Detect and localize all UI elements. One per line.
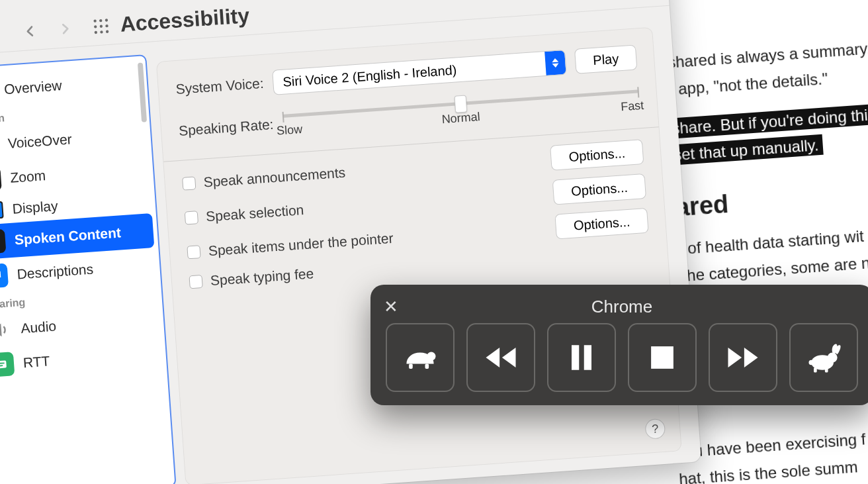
svg-point-27 bbox=[828, 353, 838, 363]
svg-point-2 bbox=[105, 19, 108, 22]
display-icon bbox=[0, 201, 4, 220]
controller-title: Chrome bbox=[384, 297, 860, 317]
slow-down-button[interactable] bbox=[386, 323, 455, 392]
sidebar-item-label: Audio bbox=[21, 318, 57, 337]
sidebar-item-label: Display bbox=[12, 198, 58, 217]
settings-panel: System Voice: Siri Voice 2 (English - Ir… bbox=[156, 27, 682, 484]
svg-rect-24 bbox=[584, 345, 591, 370]
rtt-icon bbox=[0, 352, 15, 377]
preferences-window: Accessibility Search Overview Vision bbox=[0, 0, 701, 484]
options-button[interactable]: Options... bbox=[555, 208, 649, 240]
svg-point-6 bbox=[95, 31, 98, 34]
sidebar-item-label: RTT bbox=[22, 353, 50, 371]
bg-heading: hared bbox=[659, 172, 868, 227]
svg-point-3 bbox=[94, 25, 97, 28]
speaker-icon bbox=[0, 317, 13, 342]
svg-rect-25 bbox=[651, 346, 673, 369]
speaking-rate-label: Speaking Rate: bbox=[178, 117, 274, 139]
checkbox-speak-under-pointer[interactable] bbox=[187, 245, 200, 259]
all-prefs-button[interactable] bbox=[92, 17, 110, 38]
svg-point-20 bbox=[427, 352, 435, 361]
help-button[interactable]: ? bbox=[644, 418, 666, 440]
slider-normal-label: Normal bbox=[441, 110, 480, 126]
rabbit-icon bbox=[804, 338, 844, 377]
option-label: Speak typing fee bbox=[210, 266, 314, 289]
rewind-button[interactable] bbox=[466, 323, 535, 392]
svg-rect-29 bbox=[825, 367, 828, 373]
forward-button[interactable] bbox=[56, 20, 75, 41]
speaking-rate-slider[interactable]: Slow Normal Fast bbox=[282, 84, 640, 138]
rewind-icon bbox=[481, 338, 521, 377]
fast-forward-button[interactable] bbox=[709, 323, 777, 392]
turtle-icon bbox=[400, 338, 440, 377]
sidebar-item-label: Spoken Content bbox=[14, 224, 121, 248]
svg-rect-22 bbox=[425, 363, 429, 369]
checkbox-speak-typing-feedback[interactable] bbox=[189, 275, 202, 289]
system-voice-select[interactable]: Siri Voice 2 (English - Ireland) bbox=[272, 50, 567, 95]
svg-point-1 bbox=[99, 19, 103, 23]
svg-rect-28 bbox=[814, 367, 817, 373]
svg-rect-17 bbox=[0, 360, 7, 368]
option-label: Speak items under the pointer bbox=[208, 230, 394, 259]
descriptions-icon bbox=[0, 264, 9, 289]
options-button[interactable]: Options... bbox=[550, 139, 644, 171]
zoom-icon bbox=[0, 167, 2, 192]
sidebar-item-label: VoiceOver bbox=[7, 131, 72, 152]
system-voice-label: System Voice: bbox=[175, 75, 264, 97]
grid-icon bbox=[92, 17, 110, 36]
sidebar-item-label: Overview bbox=[3, 77, 62, 97]
slider-fast-label: Fast bbox=[621, 99, 644, 114]
svg-rect-21 bbox=[409, 363, 413, 369]
chevron-right-icon bbox=[56, 20, 75, 38]
svg-point-5 bbox=[105, 24, 108, 28]
chevron-left-icon bbox=[21, 22, 39, 40]
slider-slow-label: Slow bbox=[276, 122, 302, 138]
pause-icon bbox=[562, 338, 601, 377]
fast-forward-icon bbox=[723, 338, 763, 377]
sidebar-item-label: Zoom bbox=[10, 168, 46, 186]
sidebar-item-label: Descriptions bbox=[17, 261, 94, 282]
speed-up-button[interactable] bbox=[789, 323, 858, 392]
svg-rect-19 bbox=[0, 365, 3, 366]
svg-point-30 bbox=[809, 360, 814, 365]
options-button[interactable]: Options... bbox=[552, 173, 646, 205]
option-label: Speak selection bbox=[205, 202, 304, 224]
svg-point-7 bbox=[100, 30, 103, 34]
back-button[interactable] bbox=[21, 22, 39, 43]
system-voice-value: Siri Voice 2 (English - Ireland) bbox=[282, 56, 546, 90]
stop-button[interactable] bbox=[628, 323, 697, 392]
select-stepper-icon bbox=[544, 50, 566, 75]
svg-rect-23 bbox=[572, 345, 579, 370]
checkbox-speak-announcements[interactable] bbox=[182, 176, 196, 190]
stop-icon bbox=[642, 338, 682, 377]
option-label: Speak announcements bbox=[203, 165, 346, 191]
svg-point-8 bbox=[106, 30, 109, 33]
sidebar[interactable]: Overview Vision VoiceOver Zoom bbox=[0, 54, 177, 484]
pause-button[interactable] bbox=[547, 323, 616, 392]
svg-point-0 bbox=[93, 19, 97, 23]
checkbox-speak-selection[interactable] bbox=[185, 211, 198, 224]
play-button[interactable]: Play bbox=[574, 44, 637, 73]
svg-point-4 bbox=[100, 24, 103, 28]
window-title: Accessibility bbox=[119, 3, 250, 37]
speech-bubble-icon bbox=[0, 229, 6, 254]
speech-controller[interactable]: ✕ Chrome bbox=[370, 285, 868, 405]
